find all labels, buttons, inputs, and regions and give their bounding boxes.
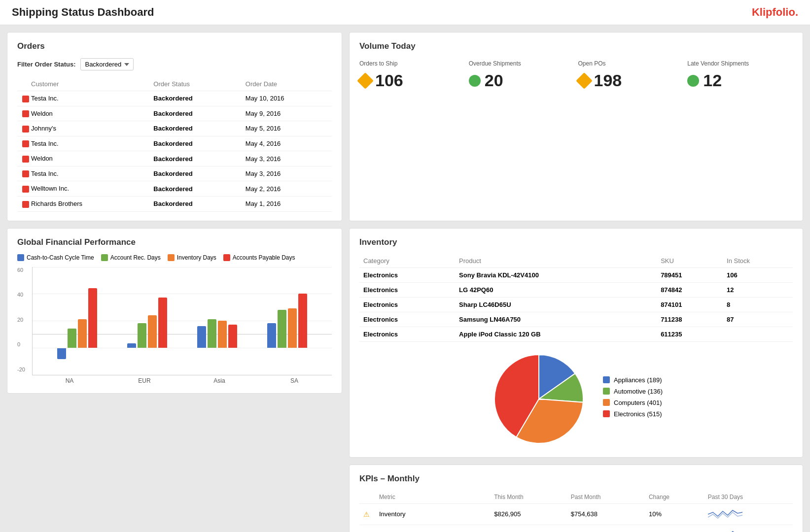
- kpi-col-metric: Metric: [375, 491, 490, 504]
- inv-sku: 611235: [657, 327, 723, 341]
- order-date: May 9, 2016: [241, 106, 332, 121]
- inv-product: Sharp LC46D65U: [455, 297, 657, 312]
- inv-col-stock: In Stock: [723, 254, 793, 268]
- inv-sku: 711238: [657, 312, 723, 327]
- kpi-col-thismonth: This Month: [490, 491, 566, 504]
- order-date: May 4, 2016: [241, 136, 332, 151]
- volume-number: 198: [594, 71, 622, 90]
- order-customer: Testa Inc.: [17, 136, 148, 151]
- logo-text: Klipfolio: [752, 6, 795, 18]
- kpi-icon-cell: ⚠: [359, 503, 375, 525]
- filter-order-status[interactable]: Backordered Pending Shipped Cancelled: [80, 58, 134, 70]
- inventory-row: Electronics Samsung LN46A750 711238 87: [359, 312, 793, 327]
- inv-product: Sony Bravia KDL-42V4100: [455, 267, 657, 282]
- circle-icon: [469, 75, 481, 87]
- x-labels: NAEURAsiaSA: [32, 377, 332, 384]
- table-row: Testa Inc. Backordered May 10, 2016: [17, 91, 332, 106]
- inv-stock: 12: [723, 282, 793, 297]
- table-row: Weldon Backordered May 9, 2016: [17, 106, 332, 121]
- bar: [68, 329, 76, 348]
- table-row: Welltown Inc. Backordered May 2, 2016: [17, 181, 332, 197]
- bar: [127, 343, 136, 347]
- legend-label: Account Rec. Days: [110, 254, 161, 261]
- volume-label: Overdue Shipments: [469, 60, 574, 67]
- kpi-metric: Shipping Costs: [375, 525, 490, 532]
- bar-group: [112, 267, 182, 375]
- order-customer: Richards Brothers: [17, 196, 148, 211]
- orders-card: Orders Filter Order Status: Backordered …: [7, 32, 342, 221]
- kpi-col-30days: Past 30 Days: [704, 491, 793, 504]
- inv-category: Electronics: [359, 327, 455, 341]
- legend-dot: [603, 410, 610, 417]
- legend-dot: [603, 376, 610, 383]
- chart-legend: Cash-to-Cash Cycle TimeAccount Rec. Days…: [17, 254, 332, 261]
- circle-icon: [687, 75, 699, 87]
- order-customer: Johnny's: [17, 121, 148, 136]
- filter-row: Filter Order Status: Backordered Pending…: [17, 58, 332, 70]
- financial-card: Global Financial Performance Cash-to-Cas…: [7, 228, 342, 394]
- kpi-past-month: $25,748: [567, 525, 645, 532]
- bar: [218, 321, 227, 348]
- inventory-row: Electronics Apple iPod Classic 120 GB 61…: [359, 327, 793, 341]
- kpi-past-month: $754,638: [567, 503, 645, 525]
- row-status-icon: [22, 201, 29, 208]
- order-status: Backordered: [148, 151, 241, 166]
- order-date: May 2, 2016: [241, 181, 332, 197]
- legend-dot: [603, 399, 610, 406]
- diamond-icon: [357, 72, 374, 89]
- kpi-row: ⚠ Inventory $826,905 $754,638 10%: [359, 503, 793, 525]
- pie-chart: [490, 350, 588, 448]
- volume-metric: Orders to Ship 106: [359, 58, 465, 92]
- table-row: Testa Inc. Backordered May 3, 2016: [17, 166, 332, 181]
- chart-legend-item: Inventory Days: [168, 254, 216, 261]
- top-bar: Shipping Status Dashboard Klipfolio.: [0, 0, 810, 25]
- order-date: May 3, 2016: [241, 151, 332, 166]
- legend-label: Appliances (189): [614, 376, 662, 384]
- legend-label: Automotive (136): [614, 388, 663, 395]
- order-status: Backordered: [148, 91, 241, 106]
- order-status: Backordered: [148, 166, 241, 181]
- chart-legend-item: Cash-to-Cash Cycle Time: [17, 254, 94, 261]
- inventory-row: Electronics LG 42PQ60 874842 12: [359, 282, 793, 297]
- row-status-icon: [22, 170, 29, 177]
- order-date: May 10, 2016: [241, 91, 332, 106]
- inventory-row: Electronics Sony Bravia KDL-42V4100 7894…: [359, 267, 793, 282]
- kpi-change: -10%: [645, 525, 704, 532]
- bar-groups: [33, 267, 332, 375]
- bar: [208, 319, 216, 348]
- order-status: Backordered: [148, 121, 241, 136]
- inv-col-sku: SKU: [657, 254, 723, 268]
- bar: [197, 326, 206, 348]
- order-date: May 1, 2016: [241, 196, 332, 211]
- order-status: Backordered: [148, 106, 241, 121]
- volume-title: Volume Today: [359, 41, 793, 51]
- x-label: NA: [32, 377, 107, 384]
- order-status: Backordered: [148, 196, 241, 211]
- bar-group: [42, 267, 112, 375]
- pie-legend-item: Appliances (189): [603, 376, 663, 384]
- bar: [288, 308, 297, 348]
- y-axis: 60 40 20 0 -20: [17, 267, 25, 372]
- inv-stock: 106: [723, 267, 793, 282]
- row-status-icon: [22, 96, 29, 102]
- pie-section: Appliances (189)Automotive (136)Computer…: [359, 350, 793, 448]
- kpi-this-month: $23,092: [490, 525, 566, 532]
- order-customer: Weldon: [17, 151, 148, 166]
- table-row: Johnny's Backordered May 5, 2016: [17, 121, 332, 136]
- logo: Klipfolio.: [752, 6, 798, 19]
- page-title: Shipping Status Dashboard: [12, 6, 154, 19]
- volume-metric: Late Vendor Shipments 12: [687, 58, 793, 92]
- col-customer: Customer: [17, 77, 148, 91]
- chart-legend-item: Account Rec. Days: [101, 254, 161, 261]
- kpi-col-pastmonth: Past Month: [567, 491, 645, 504]
- volume-label: Open POs: [578, 60, 684, 67]
- bar: [278, 310, 286, 348]
- volume-grid: Orders to Ship 106 Overdue Shipments 20 …: [359, 58, 793, 92]
- table-row: Testa Inc. Backordered May 4, 2016: [17, 136, 332, 151]
- bar: [138, 323, 146, 348]
- kpi-table: Metric This Month Past Month Change Past…: [359, 491, 793, 532]
- volume-metric: Overdue Shipments 20: [469, 58, 574, 92]
- inventory-table: Category Product SKU In Stock Electronic…: [359, 254, 793, 342]
- dashboard-grid: Orders Filter Order Status: Backordered …: [0, 25, 810, 532]
- volume-value: 20: [469, 71, 574, 90]
